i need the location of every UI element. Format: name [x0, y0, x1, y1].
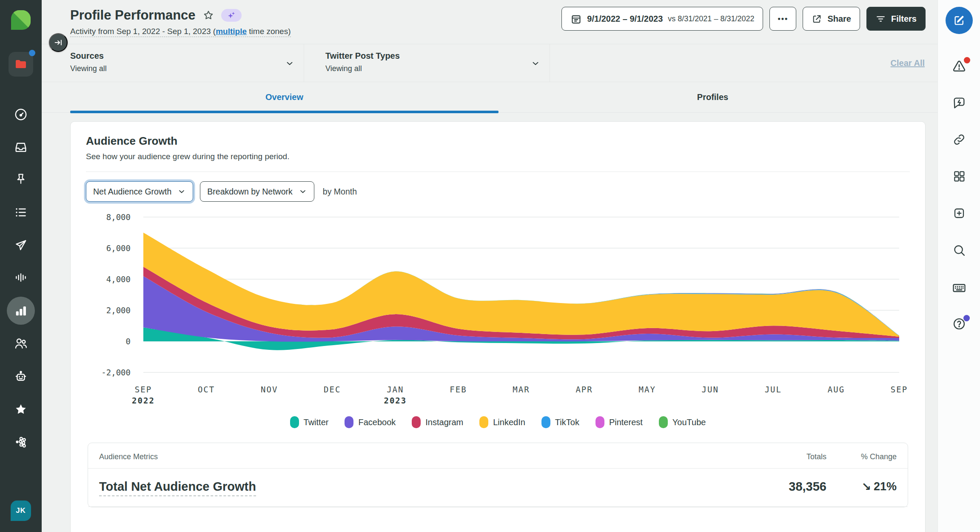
granularity-label: by Month: [323, 187, 357, 197]
legend-label: YouTube: [672, 418, 706, 427]
search-icon: [952, 243, 966, 257]
legend-swatch: [345, 416, 353, 428]
stacked-area-chart: 8,0006,0004,0002,0000-2,000SEP2022OCTNOV…: [86, 207, 907, 410]
share-button[interactable]: Share: [803, 7, 860, 31]
legend-item-tiktok[interactable]: TikTok: [541, 416, 579, 428]
sidebar-item-reports-active[interactable]: [7, 297, 35, 325]
paper-plane-icon: [14, 238, 28, 252]
breakdown-select[interactable]: Breakdown by Network: [200, 181, 314, 202]
table-header: Audience Metrics Totals % Change: [88, 443, 908, 469]
keyboard-shortcuts-button[interactable]: [952, 280, 967, 295]
sidebar-item-people[interactable]: [14, 336, 28, 351]
svg-text:AUG: AUG: [828, 385, 845, 394]
quick-replies-button[interactable]: [952, 96, 966, 110]
square-plus-icon: [952, 206, 966, 220]
grid-icon: [952, 169, 966, 183]
sidebar-item-dashboard[interactable]: [14, 107, 28, 122]
svg-text:6,000: 6,000: [106, 243, 131, 253]
compose-button[interactable]: [946, 7, 973, 34]
date-range-button[interactable]: 9/1/2022 – 9/1/2023 vs 8/31/2021 – 8/31/…: [561, 7, 763, 31]
left-sidebar: JK: [0, 0, 42, 532]
chevron-down-icon: [531, 59, 540, 70]
tab-overview[interactable]: Overview: [70, 82, 499, 112]
sources-filter-label: Sources: [70, 51, 278, 61]
multiple-timezones-link[interactable]: multiple: [216, 27, 247, 36]
legend-label: LinkedIn: [493, 418, 525, 427]
bar-chart-icon: [14, 303, 28, 318]
svg-text:NOV: NOV: [261, 385, 278, 394]
svg-text:4,000: 4,000: [106, 275, 131, 284]
tab-profiles[interactable]: Profiles: [499, 82, 927, 112]
svg-text:2,000: 2,000: [106, 306, 131, 315]
calendar-icon: [570, 13, 582, 25]
clear-all-link[interactable]: Clear All: [891, 58, 937, 68]
metric-change-value: 21%: [874, 480, 897, 493]
sidebar-item-favorites[interactable]: [14, 402, 28, 417]
user-avatar[interactable]: JK: [11, 501, 31, 521]
legend-item-instagram[interactable]: Instagram: [412, 416, 463, 428]
filter-icon: [875, 14, 886, 24]
sidebar-item-integrations[interactable]: [14, 435, 28, 449]
legend-item-facebook[interactable]: Facebook: [345, 416, 396, 428]
svg-text:JAN: JAN: [387, 385, 404, 394]
column-header-totals: Totals: [771, 452, 826, 461]
link-button[interactable]: [952, 132, 966, 147]
star-outline-icon: [202, 9, 214, 21]
expand-arrow-icon: [54, 38, 63, 47]
bot-icon: [14, 369, 28, 384]
legend-swatch: [595, 416, 604, 428]
active-tab-indicator: [70, 111, 499, 113]
sources-filter[interactable]: Sources Viewing all: [42, 44, 304, 82]
more-options-icon: •••: [778, 14, 788, 23]
sidebar-item-tasks[interactable]: [14, 206, 28, 219]
column-header-change: % Change: [826, 452, 897, 461]
legend-label: Facebook: [358, 418, 396, 427]
search-button[interactable]: [952, 243, 966, 257]
metric-label: Total Net Audience Growth: [99, 480, 771, 494]
help-button[interactable]: [952, 317, 966, 331]
svg-text:APR: APR: [575, 385, 593, 394]
add-widget-button[interactable]: [952, 206, 966, 220]
legend-item-youtube[interactable]: YouTube: [659, 416, 706, 428]
chevron-down-icon: [177, 187, 186, 196]
alerts-button[interactable]: [952, 59, 967, 74]
sidebar-item-publishing[interactable]: [14, 238, 28, 252]
apps-grid-button[interactable]: [952, 169, 966, 183]
list-icon: [14, 206, 28, 219]
svg-text:8,000: 8,000: [106, 212, 131, 222]
people-icon: [14, 336, 28, 351]
more-options-button[interactable]: •••: [769, 7, 796, 31]
svg-text:2022: 2022: [132, 396, 155, 405]
audience-metrics-table: Audience Metrics Totals % Change Total N…: [88, 443, 908, 507]
favorite-star-button[interactable]: [202, 9, 214, 21]
ai-assist-badge[interactable]: [221, 9, 242, 22]
notification-dot: [29, 50, 35, 56]
page-title: Profile Performance: [70, 8, 196, 23]
twitter-post-types-label: Twitter Post Types: [325, 51, 524, 61]
sprout-logo-icon[interactable]: [10, 9, 31, 31]
table-row: Total Net Audience Growth 38,356 ↘ 21%: [88, 469, 908, 507]
sidebar-expand-toggle[interactable]: [49, 33, 68, 52]
date-compare-value: vs 8/31/2021 – 8/31/2022: [668, 14, 754, 23]
sidebar-item-pinned[interactable]: [14, 172, 28, 186]
legend-item-twitter[interactable]: Twitter: [290, 416, 329, 428]
pin-icon: [14, 172, 28, 186]
legend-item-linkedin[interactable]: LinkedIn: [479, 416, 525, 428]
filters-button[interactable]: Filters: [866, 7, 926, 31]
chat-lightning-icon: [952, 96, 966, 110]
keyboard-icon: [952, 280, 967, 295]
sidebar-item-automation[interactable]: [14, 369, 28, 384]
twitter-post-types-filter[interactable]: Twitter Post Types Viewing all: [304, 44, 550, 82]
waveform-icon: [14, 271, 28, 284]
sidebar-item-inbox[interactable]: [14, 140, 28, 154]
sidebar-item-listening[interactable]: [14, 271, 28, 284]
chevron-down-icon: [285, 59, 294, 70]
folder-button[interactable]: [9, 52, 33, 77]
legend-item-pinterest[interactable]: Pinterest: [595, 416, 643, 428]
chart-legend: TwitterFacebookInstagramLinkedInTikTokPi…: [71, 416, 925, 428]
svg-text:MAY: MAY: [639, 385, 656, 394]
svg-text:-2,000: -2,000: [101, 368, 131, 377]
metric-select[interactable]: Net Audience Growth: [86, 181, 193, 202]
svg-text:DEC: DEC: [324, 385, 341, 394]
legend-label: Pinterest: [609, 418, 643, 427]
